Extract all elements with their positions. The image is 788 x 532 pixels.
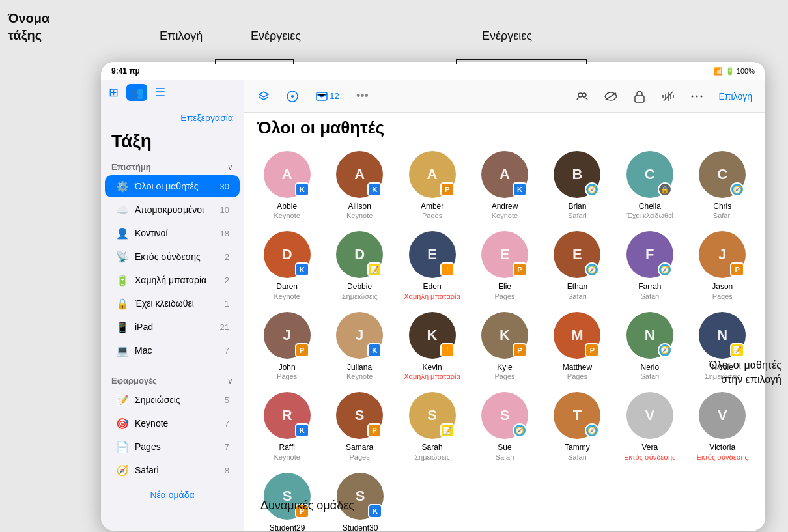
mute-button[interactable] — [656, 86, 680, 107]
science-chevron: ∨ — [227, 163, 233, 172]
student-app: Χαμηλή μπαταρία — [404, 292, 460, 300]
student-app: Χαμηλή μπαταρία — [404, 372, 460, 380]
student-name: Chella — [639, 202, 661, 211]
sidebar-item-keynote[interactable]: 🎯 Keynote 7 — [105, 412, 240, 434]
student-card[interactable]: J P Jason Pages — [688, 226, 757, 303]
student-app: Pages — [494, 372, 514, 380]
student-card[interactable]: J P John Pages — [252, 307, 322, 384]
pages-label: Pages — [135, 441, 222, 452]
sidebar-icon-people[interactable]: 👥 — [126, 84, 147, 101]
student-card[interactable]: B 🧭 Brian Safari — [542, 146, 612, 223]
avatar-container: D K — [264, 231, 311, 278]
mac-label: Mac — [135, 345, 222, 356]
low-battery-icon: 🔋 — [115, 273, 130, 287]
student-name: Brian — [568, 202, 586, 211]
student-card[interactable]: A K Allison Keynote — [324, 146, 394, 223]
student-card[interactable]: N 🧭 Nerio Safari — [615, 307, 684, 384]
dynamic-groups-annotation: Δυναμικές ομάδες — [260, 499, 354, 512]
screen-lock-button[interactable] — [628, 86, 651, 107]
compass-button[interactable] — [281, 86, 304, 107]
sidebar-icon-grid[interactable]: ⊞ — [109, 85, 119, 100]
svg-rect-6 — [635, 96, 644, 102]
student-card[interactable]: R K Raffi Keynote — [252, 387, 322, 464]
sidebar-item-ipad[interactable]: 📱 iPad 21 — [105, 316, 240, 338]
low-battery-label: Χαμηλή μπαταρία — [135, 275, 222, 285]
student-card[interactable]: K ! Kevin Χαμηλή μπαταρία — [397, 307, 467, 384]
student-name: Samara — [346, 443, 373, 452]
student-card[interactable]: J K Juliana Keynote — [324, 307, 394, 384]
sidebar-title: Τάξη — [101, 128, 244, 157]
eye-button[interactable] — [599, 86, 623, 107]
student-card[interactable]: V Victoria Εκτός σύνδεσης — [688, 387, 757, 464]
student-name: Raffi — [279, 443, 294, 452]
sidebar-item-all-students[interactable]: ⚙️ Όλοι οι μαθητές 30 — [105, 175, 240, 197]
avatar-container: A P — [409, 151, 456, 198]
sidebar-item-nearby[interactable]: 👤 Κοντινοί 18 — [105, 222, 240, 244]
student-app: Keynote — [274, 453, 300, 461]
mail-button[interactable]: 12 — [309, 86, 346, 107]
student-card[interactable]: K P Kyle Pages — [470, 307, 539, 384]
student-app: Keynote — [492, 212, 518, 219]
content-area: 12 ••• — [244, 80, 765, 531]
student-app: Keynote — [346, 212, 373, 219]
sidebar-top-icons: ⊞ 👥 ☰ — [101, 80, 244, 105]
all-students-selection-annotation: Όλοι οι μαθητέςστην επιλογή — [709, 358, 781, 387]
group-button[interactable] — [570, 86, 594, 107]
avatar-container: N 🧭 — [626, 312, 673, 359]
student-card[interactable]: C 🧭 Chris Safari — [688, 146, 757, 223]
student-card[interactable]: M P Matthew Pages — [542, 307, 612, 384]
notes-icon: 📝 — [115, 393, 130, 407]
student-card[interactable]: E P Elie Pages — [470, 226, 539, 303]
more-options-button[interactable]: ••• — [351, 87, 374, 105]
avatar-container: B 🧭 — [554, 151, 600, 198]
student-card[interactable]: E ! Eden Χαμηλή μπαταρία — [397, 226, 467, 303]
sidebar-item-low-battery[interactable]: 🔋 Χαμηλή μπαταρία 2 — [105, 269, 240, 291]
student-card[interactable]: A K Andrew Keynote — [470, 146, 539, 223]
student-card[interactable]: F 🧭 Farrah Safari — [615, 226, 684, 303]
select-button[interactable]: Επιλογή — [714, 89, 757, 104]
avatar-container: A K — [336, 151, 383, 198]
main-layout: ⊞ 👥 ☰ Επεξεργασία Τάξη Επιστήμη ∨ ⚙️ Όλο… — [101, 80, 765, 531]
sidebar-item-pages[interactable]: 📄 Pages 7 — [105, 436, 240, 458]
sidebar-item-notes[interactable]: 📝 Σημειώσεις 5 — [105, 389, 240, 411]
student-card[interactable]: D K Daren Keynote — [252, 226, 322, 303]
students-grid: A K Abbie Keynote A K Allison Keynote A … — [244, 141, 765, 531]
student-card[interactable]: S 📝 Sarah Σημειώσεις — [397, 387, 467, 464]
sidebar-item-mac[interactable]: 💻 Mac 7 — [105, 339, 240, 361]
avatar-container: N 📝 — [699, 312, 746, 359]
sidebar-item-locked[interactable]: 🔒 Έχει κλειδωθεί 1 — [105, 292, 240, 315]
student-app: Σημειώσεις — [414, 453, 450, 461]
sidebar-item-safari[interactable]: 🧭 Safari 8 — [105, 459, 240, 481]
layers-button[interactable] — [252, 86, 275, 107]
science-section-header[interactable]: Επιστήμη ∨ — [101, 157, 244, 175]
new-group-button[interactable]: Νέα ομάδα — [101, 484, 244, 505]
student-card[interactable]: T 🧭 Tammy Safari — [542, 387, 612, 464]
student-app: Safari — [713, 212, 732, 219]
edit-button[interactable]: Επεξεργασία — [111, 110, 233, 126]
student-card[interactable]: C 🔒 Chella Έχει κλειδωθεί — [615, 146, 684, 223]
actions-annotation-1: Ενέργειες — [251, 29, 301, 43]
student-name: Elie — [498, 282, 511, 291]
student-app: Pages — [567, 372, 587, 380]
student-card[interactable]: D 📝 Debbie Σημειώσεις — [324, 226, 394, 303]
student-card[interactable]: A P Amber Pages — [397, 146, 467, 223]
sidebar-item-remote[interactable]: ☁️ Απομακρυσμένοι 10 — [105, 199, 240, 221]
student-name: Allison — [348, 202, 371, 211]
more-actions-button[interactable] — [685, 86, 709, 107]
student-card[interactable]: A K Abbie Keynote — [252, 146, 322, 223]
student-name: Ethan — [567, 282, 587, 291]
nearby-label: Κοντινοί — [135, 228, 218, 238]
locked-icon: 🔒 — [115, 296, 130, 311]
student-name: Andrew — [492, 202, 518, 211]
sidebar-icon-list[interactable]: ☰ — [155, 85, 165, 100]
sidebar-item-offline[interactable]: 📡 Εκτός σύνδεσης 2 — [105, 245, 240, 268]
apps-section-header[interactable]: Εφαρμογές ∨ — [101, 371, 244, 388]
student-app: Έχει κλειδωθεί — [626, 212, 673, 219]
student-app: Keynote — [274, 292, 300, 300]
student-card[interactable]: E 🧭 Ethan Safari — [542, 226, 612, 303]
student-row: R K Raffi Keynote S P Samara Pages S 📝 — [252, 387, 757, 464]
student-card[interactable]: S 🧭 Sue Safari — [470, 387, 539, 464]
student-card[interactable]: S P Samara Pages — [324, 387, 394, 464]
student-card[interactable]: V Vera Εκτός σύνδεσης — [615, 387, 684, 464]
avatar-container: V — [699, 392, 746, 439]
